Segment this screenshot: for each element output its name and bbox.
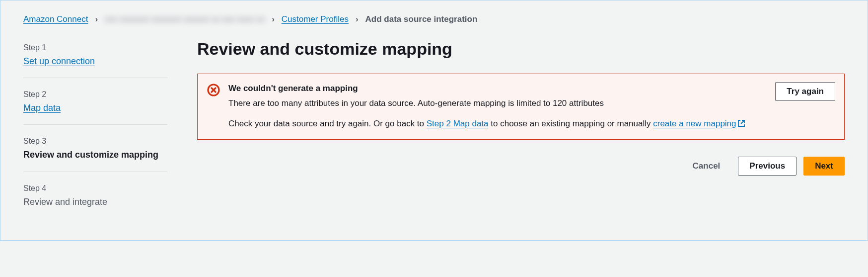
alert-body: We couldn't generate a mapping There are… bbox=[228, 82, 767, 131]
alert-action: Try again bbox=[775, 82, 835, 101]
create-mapping-link[interactable]: create a new mapping bbox=[653, 119, 745, 128]
breadcrumb-profiles[interactable]: Customer Profiles bbox=[282, 14, 349, 24]
external-link-icon bbox=[737, 118, 745, 131]
cancel-button[interactable]: Cancel bbox=[682, 157, 731, 175]
previous-button[interactable]: Previous bbox=[738, 157, 796, 176]
alert-title: We couldn't generate a mapping bbox=[228, 82, 767, 95]
step-label: Step 3 bbox=[23, 137, 167, 146]
error-alert: We couldn't generate a mapping There are… bbox=[197, 74, 845, 140]
step-title[interactable]: Map data bbox=[23, 102, 167, 114]
chevron-right-icon: › bbox=[272, 14, 275, 24]
wizard-sidebar: Step 1 Set up connection Step 2 Map data… bbox=[23, 39, 167, 226]
error-icon bbox=[207, 83, 220, 99]
step2-link[interactable]: Step 2 Map data bbox=[427, 119, 489, 128]
step-label: Step 1 bbox=[23, 43, 167, 52]
step-title[interactable]: Set up connection bbox=[23, 55, 167, 68]
main-content: Review and customize mapping We couldn't… bbox=[197, 39, 845, 226]
sidebar-step-2[interactable]: Step 2 Map data bbox=[23, 86, 167, 125]
page-title: Review and customize mapping bbox=[197, 39, 845, 59]
step-title: Review and integrate bbox=[23, 196, 167, 208]
chevron-right-icon: › bbox=[356, 14, 359, 24]
step-label: Step 4 bbox=[23, 184, 167, 193]
alert-help-text: Check your data source and try again. Or… bbox=[228, 117, 767, 131]
wizard-footer: Cancel Previous Next bbox=[197, 157, 845, 176]
step-title: Review and customize mapping bbox=[23, 149, 167, 161]
alert-description: There are too many attributes in your da… bbox=[228, 97, 767, 110]
breadcrumb-current: Add data source integration bbox=[365, 14, 478, 24]
try-again-button[interactable]: Try again bbox=[775, 82, 835, 101]
breadcrumb: Amazon Connect › xxx xxxxxxx xxxxxxx xxx… bbox=[23, 14, 845, 24]
chevron-right-icon: › bbox=[95, 14, 98, 24]
sidebar-step-1[interactable]: Step 1 Set up connection bbox=[23, 39, 167, 78]
breadcrumb-root[interactable]: Amazon Connect bbox=[23, 14, 88, 24]
step-label: Step 2 bbox=[23, 90, 167, 99]
next-button[interactable]: Next bbox=[803, 157, 845, 176]
sidebar-step-4: Step 4 Review and integrate bbox=[23, 180, 167, 218]
sidebar-step-3: Step 3 Review and customize mapping bbox=[23, 133, 167, 172]
breadcrumb-instance[interactable]: xxx xxxxxxx xxxxxxx xxxxxx xx xxx xxxx x… bbox=[105, 14, 265, 24]
